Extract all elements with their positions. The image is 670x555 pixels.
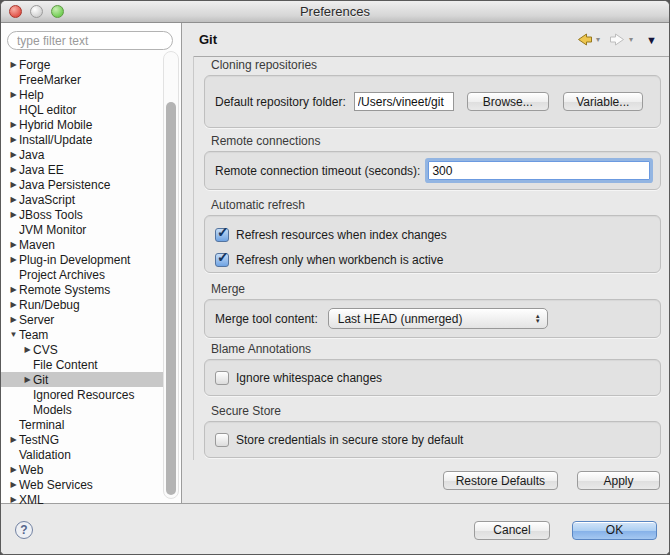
tree-item-label: Models	[33, 403, 72, 417]
tree-item-cvs[interactable]: ▶CVS	[1, 342, 163, 357]
tree-item-run-debug[interactable]: ▶Run/Debug	[1, 297, 163, 312]
restore-defaults-button[interactable]: Restore Defaults	[443, 471, 558, 490]
titlebar[interactable]: Preferences	[1, 1, 669, 23]
tree-item-validation[interactable]: Validation	[1, 447, 163, 462]
tree-item-team[interactable]: ▼Team	[1, 327, 163, 342]
browse-button[interactable]: Browse...	[467, 92, 549, 111]
tree-item-label: Forge	[19, 58, 50, 72]
group-label: Remote connections	[211, 134, 661, 148]
forward-arrow-icon[interactable]	[609, 33, 626, 46]
tree-item-jboss-tools[interactable]: ▶JBoss Tools	[1, 207, 163, 222]
disclosure-collapsed-icon[interactable]: ▶	[22, 375, 33, 384]
group-remote-connections: Remote connections Remote connection tim…	[204, 134, 661, 190]
default-repo-folder-input[interactable]	[354, 92, 454, 111]
tree-item-web-services[interactable]: ▶Web Services	[1, 477, 163, 492]
tree-item-label: Run/Debug	[19, 298, 80, 312]
disclosure-collapsed-icon[interactable]: ▶	[8, 465, 19, 474]
disclosure-collapsed-icon[interactable]: ▶	[8, 135, 19, 144]
disclosure-collapsed-icon[interactable]: ▶	[8, 60, 19, 69]
preferences-window: Preferences ▶ForgeFreeMarker▶HelpHQL edi…	[0, 0, 670, 555]
disclosure-expanded-icon[interactable]: ▼	[8, 330, 19, 339]
disclosure-collapsed-icon[interactable]: ▶	[8, 255, 19, 264]
disclosure-collapsed-icon[interactable]: ▶	[8, 90, 19, 99]
tree-item-javascript[interactable]: ▶JavaScript	[1, 192, 163, 207]
group-automatic-refresh: Automatic refresh ✓ Refresh resources wh…	[204, 198, 661, 273]
disclosure-collapsed-icon[interactable]: ▶	[22, 345, 33, 354]
tree-item-install-update[interactable]: ▶Install/Update	[1, 132, 163, 147]
tree-item-xml[interactable]: ▶XML	[1, 492, 163, 507]
help-icon[interactable]: ?	[15, 521, 33, 539]
tree-item-remote-systems[interactable]: ▶Remote Systems	[1, 282, 163, 297]
tree-item-java-persistence[interactable]: ▶Java Persistence	[1, 177, 163, 192]
git-preferences-panel: Git ▾ ▾ ▼ Cloning repositories	[182, 23, 669, 503]
merge-tool-selected-option: Last HEAD (unmerged)	[338, 312, 535, 326]
tree-item-file-content[interactable]: File Content	[1, 357, 163, 372]
merge-tool-content-select[interactable]: Last HEAD (unmerged) ▲▼	[328, 308, 548, 329]
remote-timeout-input[interactable]	[428, 161, 650, 180]
group-label: Automatic refresh	[211, 198, 661, 212]
forward-history-caret-icon[interactable]: ▾	[629, 35, 633, 44]
refresh-index-checkbox[interactable]: ✓	[215, 228, 229, 242]
disclosure-collapsed-icon[interactable]: ▶	[8, 240, 19, 249]
tree-item-maven[interactable]: ▶Maven	[1, 237, 163, 252]
apply-button[interactable]: Apply	[577, 471, 660, 490]
minimize-icon[interactable]	[30, 5, 43, 18]
tree-item-hybrid-mobile[interactable]: ▶Hybrid Mobile	[1, 117, 163, 132]
disclosure-collapsed-icon[interactable]: ▶	[8, 300, 19, 309]
disclosure-collapsed-icon[interactable]: ▶	[8, 435, 19, 444]
tree-item-server[interactable]: ▶Server	[1, 312, 163, 327]
group-label: Merge	[211, 282, 661, 296]
tree-item-freemarker[interactable]: FreeMarker	[1, 72, 163, 87]
store-credentials-checkbox[interactable]: ✓	[215, 433, 229, 447]
tree-item-terminal[interactable]: Terminal	[1, 417, 163, 432]
close-icon[interactable]	[9, 5, 22, 18]
disclosure-collapsed-icon[interactable]: ▶	[8, 120, 19, 129]
sidebar-scrollbar-thumb[interactable]	[166, 102, 176, 495]
tree-item-testng[interactable]: ▶TestNG	[1, 432, 163, 447]
back-arrow-icon[interactable]	[576, 33, 593, 46]
disclosure-collapsed-icon[interactable]: ▶	[8, 315, 19, 324]
tree-item-label: Java	[19, 148, 44, 162]
tree-item-label: Project Archives	[19, 268, 105, 282]
cancel-button[interactable]: Cancel	[474, 521, 550, 540]
disclosure-collapsed-icon[interactable]: ▶	[8, 210, 19, 219]
tree-item-forge[interactable]: ▶Forge	[1, 57, 163, 72]
tree-item-git[interactable]: ▶Git	[1, 372, 163, 387]
group-blame-annotations: Blame Annotations ✓ Ignore whitespace ch…	[204, 342, 661, 396]
tree-item-help[interactable]: ▶Help	[1, 87, 163, 102]
dialog-footer: ? Cancel OK	[1, 503, 669, 555]
disclosure-collapsed-icon[interactable]: ▶	[8, 165, 19, 174]
refresh-workbench-checkbox[interactable]: ✓	[215, 253, 229, 267]
filter-input[interactable]	[7, 31, 173, 50]
tree-item-java-ee[interactable]: ▶Java EE	[1, 162, 163, 177]
group-label: Secure Store	[211, 404, 661, 418]
disclosure-collapsed-icon[interactable]: ▶	[8, 285, 19, 294]
sidebar-scrollbar-track[interactable]	[163, 51, 179, 499]
tree-item-plug-in-development[interactable]: ▶Plug-in Development	[1, 252, 163, 267]
tree-item-jvm-monitor[interactable]: JVM Monitor	[1, 222, 163, 237]
tree-item-label: XML	[19, 493, 44, 507]
window-controls	[9, 5, 64, 18]
tree-item-label: Web	[19, 463, 43, 477]
tree-item-web[interactable]: ▶Web	[1, 462, 163, 477]
disclosure-collapsed-icon[interactable]: ▶	[8, 150, 19, 159]
back-history-caret-icon[interactable]: ▾	[596, 35, 600, 44]
ignore-whitespace-checkbox[interactable]: ✓	[215, 371, 229, 385]
disclosure-collapsed-icon[interactable]: ▶	[8, 495, 19, 504]
tree-item-ignored-resources[interactable]: Ignored Resources	[1, 387, 163, 402]
variable-button[interactable]: Variable...	[563, 92, 643, 111]
ok-button[interactable]: OK	[572, 521, 657, 540]
store-credentials-label: Store credentials in secure store by def…	[236, 433, 463, 447]
tree-item-models[interactable]: Models	[1, 402, 163, 417]
tree-item-java[interactable]: ▶Java	[1, 147, 163, 162]
tree-item-project-archives[interactable]: Project Archives	[1, 267, 163, 282]
disclosure-collapsed-icon[interactable]: ▶	[8, 195, 19, 204]
tree-item-hql-editor[interactable]: HQL editor	[1, 102, 163, 117]
tree-item-label: JVM Monitor	[19, 223, 86, 237]
view-menu-icon[interactable]: ▼	[646, 34, 657, 46]
disclosure-collapsed-icon[interactable]: ▶	[8, 180, 19, 189]
disclosure-collapsed-icon[interactable]: ▶	[8, 480, 19, 489]
zoom-icon[interactable]	[51, 5, 64, 18]
tree-item-label: JavaScript	[19, 193, 75, 207]
remote-timeout-label: Remote connection timeout (seconds):	[215, 164, 420, 178]
